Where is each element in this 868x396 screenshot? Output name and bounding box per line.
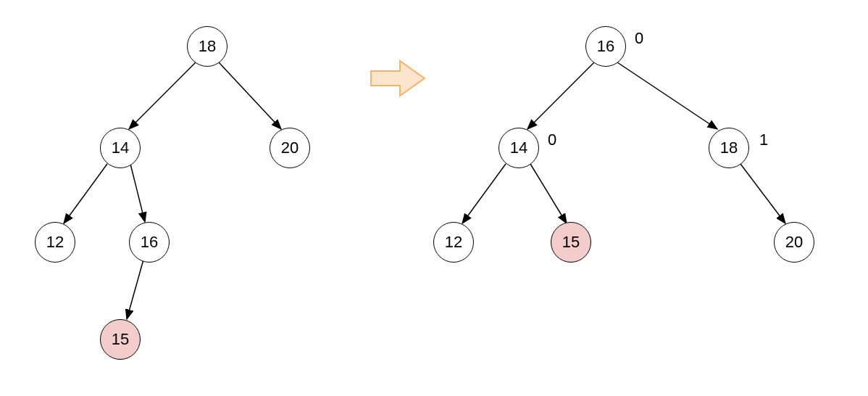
diagram-container: 18 14 20 12 16 15 16 0 14 0 18 1 12 15 2… [0, 0, 868, 396]
svg-line-1 [129, 62, 196, 129]
right-node-15-highlighted: 15 [551, 222, 591, 263]
svg-line-6 [527, 62, 594, 129]
balance-factor-label: 1 [759, 131, 768, 149]
svg-line-5 [127, 260, 143, 319]
transition-arrow-icon [370, 58, 427, 99]
node-value: 16 [141, 233, 158, 252]
right-node-18: 18 [709, 128, 749, 168]
node-value: 12 [46, 233, 64, 252]
right-root-node: 16 [585, 26, 626, 67]
left-node-20: 20 [270, 128, 310, 168]
svg-line-2 [219, 62, 281, 129]
node-value: 16 [597, 37, 614, 56]
left-node-12: 12 [35, 222, 75, 263]
node-value: 14 [112, 139, 129, 157]
right-node-14: 14 [498, 128, 539, 168]
right-node-12: 12 [433, 222, 474, 263]
node-value: 20 [281, 139, 299, 157]
left-node-15-inserted: 15 [100, 319, 141, 360]
svg-marker-11 [371, 61, 425, 96]
left-node-16: 16 [129, 222, 170, 263]
svg-line-10 [740, 164, 785, 223]
balance-factor-label: 0 [548, 131, 556, 149]
node-value: 18 [720, 139, 738, 157]
left-node-14: 14 [100, 128, 141, 168]
node-value: 18 [199, 37, 216, 56]
node-value: 15 [562, 233, 580, 252]
node-value: 12 [445, 233, 462, 252]
node-value: 15 [112, 330, 129, 349]
node-value: 20 [785, 233, 803, 252]
svg-line-9 [530, 164, 567, 223]
left-root-node: 18 [187, 26, 228, 67]
balance-factor-label: 0 [635, 29, 643, 48]
svg-line-3 [64, 164, 107, 223]
right-node-20: 20 [774, 222, 814, 263]
svg-line-7 [617, 62, 717, 129]
svg-line-8 [462, 164, 506, 223]
node-value: 14 [510, 139, 527, 157]
svg-line-4 [130, 164, 145, 222]
